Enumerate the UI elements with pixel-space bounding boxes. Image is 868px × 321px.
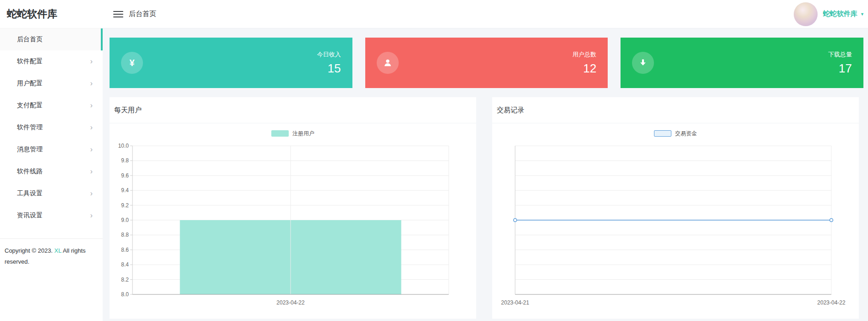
- chevron-right-icon: ›: [90, 146, 93, 153]
- sidebar-item-message-manage[interactable]: 消息管理 ›: [0, 138, 103, 160]
- panel-title: 交易记录: [492, 97, 859, 123]
- sidebar-item-tool-settings[interactable]: 工具设置 ›: [0, 183, 103, 205]
- main-content: ¥ 今日收入 15 用户总数 12: [103, 28, 868, 321]
- avatar[interactable]: [794, 2, 818, 26]
- svg-text:2023-04-22: 2023-04-22: [276, 299, 305, 306]
- download-icon: [632, 52, 654, 74]
- stat-value: 15: [317, 61, 341, 76]
- copyright-prefix: Copyright © 2023.: [5, 247, 55, 254]
- copyright-brand-link[interactable]: XL: [55, 247, 61, 254]
- svg-text:9.8: 9.8: [121, 157, 129, 164]
- svg-text:9.0: 9.0: [121, 217, 129, 223]
- sidebar-item-payment-config[interactable]: 支付配置 ›: [0, 94, 103, 116]
- chevron-right-icon: ›: [90, 58, 93, 65]
- sidebar-item-software-line[interactable]: 软件线路 ›: [0, 160, 103, 183]
- top-header: 后台首页 蛇蛇软件库 ▼: [103, 0, 868, 28]
- chevron-right-icon: ›: [90, 168, 93, 175]
- sidebar-item-label: 软件线路: [17, 167, 43, 176]
- svg-text:8.4: 8.4: [121, 261, 129, 268]
- svg-text:8.0: 8.0: [121, 291, 129, 298]
- chevron-right-icon: ›: [90, 212, 93, 219]
- legend-label: 注册用户: [292, 130, 314, 138]
- sidebar-item-label: 软件管理: [17, 123, 43, 132]
- sidebar-item-label: 工具设置: [17, 189, 43, 198]
- username: 蛇蛇软件库: [823, 10, 857, 18]
- svg-text:8.2: 8.2: [121, 277, 129, 283]
- sidebar-item-news-settings[interactable]: 资讯设置 ›: [0, 205, 103, 227]
- legend-swatch-bar: [271, 130, 289, 137]
- legend-item-transaction-funds[interactable]: 交易资金: [492, 123, 859, 144]
- stat-value: 12: [572, 61, 596, 76]
- breadcrumb: 后台首页: [129, 10, 156, 18]
- svg-text:2023-04-22: 2023-04-22: [817, 299, 846, 306]
- sidebar-item-label: 支付配置: [17, 101, 43, 110]
- chevron-right-icon: ›: [90, 190, 93, 197]
- user-icon: [377, 52, 399, 74]
- stat-card-downloads: 下载总量 17: [621, 38, 863, 88]
- transactions-line-chart: 2023-04-212023-04-22: [492, 144, 859, 311]
- sidebar-item-label: 消息管理: [17, 145, 43, 154]
- svg-text:10.0: 10.0: [118, 144, 129, 149]
- panel-transactions: 交易记录 交易资金 2023-04-212023-04-22: [492, 97, 859, 319]
- chevron-right-icon: ›: [90, 124, 93, 131]
- sidebar-item-user-config[interactable]: 用户配置 ›: [0, 72, 103, 94]
- user-menu[interactable]: 蛇蛇软件库 ▼: [794, 2, 868, 26]
- svg-text:2023-04-21: 2023-04-21: [501, 299, 529, 306]
- legend-label: 交易资金: [675, 130, 697, 138]
- sidebar-item-label: 资讯设置: [17, 211, 43, 220]
- stat-label: 用户总数: [572, 50, 596, 59]
- svg-text:9.4: 9.4: [121, 187, 129, 194]
- sidebar-item-software-config[interactable]: 软件配置 ›: [0, 50, 103, 72]
- app-logo: 蛇蛇软件库: [0, 0, 103, 28]
- sidebar: 蛇蛇软件库 后台首页 软件配置 › 用户配置 › 支付配置 › 软件管理 › 消…: [0, 0, 103, 321]
- sidebar-item-label: 后台首页: [17, 35, 43, 44]
- sidebar-menu: 后台首页 软件配置 › 用户配置 › 支付配置 › 软件管理 › 消息管理 › …: [0, 28, 103, 227]
- panel-title: 每天用户: [110, 97, 476, 123]
- chevron-right-icon: ›: [90, 102, 93, 109]
- yen-icon: ¥: [121, 52, 143, 74]
- stat-card-income: ¥ 今日收入 15: [110, 38, 352, 88]
- stats-row: ¥ 今日收入 15 用户总数 12: [110, 38, 863, 88]
- sidebar-item-label: 软件配置: [17, 57, 43, 66]
- legend-swatch-line: [654, 130, 671, 137]
- chevron-right-icon: ›: [90, 80, 93, 87]
- svg-text:9.6: 9.6: [121, 172, 129, 179]
- panel-daily-users: 每天用户 注册用户 10.09.89.69.49.29.08.88.68.48.…: [110, 97, 476, 319]
- stat-label: 下载总量: [828, 50, 852, 59]
- sidebar-item-dashboard[interactable]: 后台首页: [0, 28, 103, 50]
- legend-item-registered-users[interactable]: 注册用户: [110, 123, 476, 144]
- panels-row: 每天用户 注册用户 10.09.89.69.49.29.08.88.68.48.…: [110, 97, 859, 319]
- caret-down-icon: ▼: [860, 12, 864, 17]
- stat-card-users: 用户总数 12: [365, 38, 608, 88]
- daily-users-bar-chart: 10.09.89.69.49.29.08.88.68.48.28.02023-0…: [110, 144, 476, 311]
- sidebar-item-software-manage[interactable]: 软件管理 ›: [0, 116, 103, 138]
- svg-text:9.2: 9.2: [121, 202, 129, 209]
- active-indicator: [101, 28, 103, 50]
- svg-text:8.6: 8.6: [121, 247, 129, 253]
- sidebar-item-label: 用户配置: [17, 79, 43, 88]
- copyright: Copyright © 2023. XL All rights reserved…: [0, 238, 103, 274]
- stat-label: 今日收入: [317, 50, 341, 59]
- svg-text:8.8: 8.8: [121, 232, 129, 238]
- stat-value: 17: [828, 61, 852, 76]
- hamburger-menu-icon[interactable]: [113, 11, 123, 17]
